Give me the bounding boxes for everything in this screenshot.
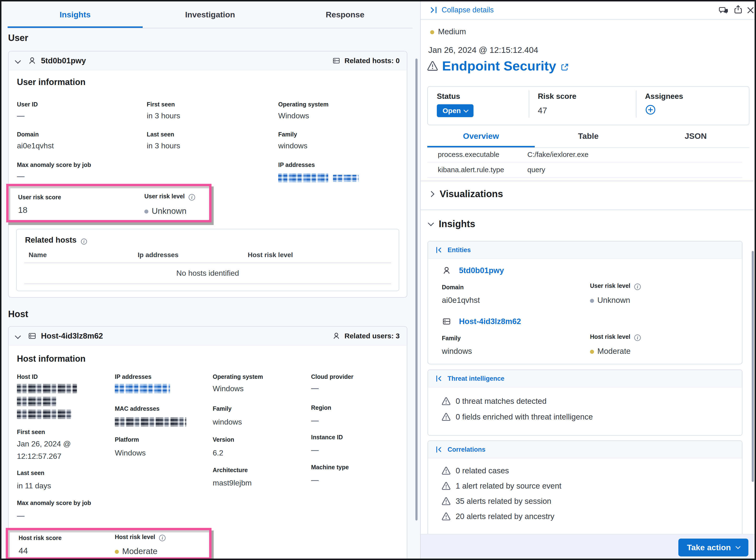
field-value: — [311, 476, 319, 484]
field-value: mast9lejbm [213, 479, 252, 487]
warning-icon [442, 482, 451, 490]
table-row[interactable]: process.executable C:/fake/iexlorer.exe [427, 147, 742, 162]
field-label: Family [442, 335, 461, 342]
info-icon[interactable] [159, 535, 165, 541]
tab-investigation[interactable]: Investigation [143, 4, 278, 28]
host-card: Host-4id3lz8m62 Related users: 3 Host in… [8, 326, 407, 560]
user-icon [442, 266, 451, 275]
column-header-risk[interactable]: Host risk level [248, 251, 293, 259]
field-label: Domain [442, 284, 464, 291]
risk-score-label: Risk score [538, 92, 576, 101]
field-value: — [17, 112, 24, 120]
host-risk-score-value: 44 [19, 546, 28, 556]
entity-user-row: 5td0b01pwy [442, 266, 504, 275]
insights-section-header[interactable]: Insights [429, 219, 475, 229]
field-label: Last seen [147, 131, 174, 138]
column-header-name[interactable]: Name [28, 251, 47, 259]
close-icon[interactable] [746, 6, 755, 15]
severity-dot [430, 30, 434, 34]
entity-user-link[interactable]: 5td0b01pwy [459, 266, 504, 275]
column-header-ip[interactable]: Ip addresses [138, 251, 178, 259]
field-label: Family [213, 405, 232, 412]
empty-table-message: No hosts identified [17, 269, 399, 278]
field-value: — [17, 512, 24, 520]
table-row[interactable]: kibana.alert.rule.type query [427, 162, 742, 178]
entities-card-header[interactable]: Entities [428, 241, 742, 259]
redacted-ip-addresses[interactable] [333, 175, 359, 182]
user-icon [332, 332, 341, 340]
host-icon [27, 332, 37, 340]
user-risk-score-label: User risk score [18, 194, 61, 201]
chevron-down-icon[interactable] [15, 333, 21, 339]
field-label: Host ID [17, 373, 38, 380]
risk-level-dot [590, 350, 594, 354]
field-label: Last seen [17, 469, 44, 476]
host-icon [332, 56, 341, 65]
tab-overview[interactable]: Overview [427, 127, 535, 147]
host-card-header[interactable]: Host-4id3lz8m62 Related users: 3 [8, 327, 407, 345]
warning-icon [442, 512, 451, 521]
redacted-host-id [17, 397, 57, 406]
warning-icon [442, 397, 451, 405]
host-risk-level-value: Moderate [115, 546, 157, 556]
field-label: Family [278, 131, 297, 138]
status-open-button[interactable]: Open [437, 104, 474, 117]
right-scrollbar[interactable] [752, 251, 754, 482]
threat-title: Threat intelligence [447, 375, 504, 382]
info-icon[interactable] [188, 194, 195, 200]
field-value: — [311, 446, 319, 455]
entity-host-risk-label-row: Host risk level [590, 333, 641, 341]
host-risk-score-label: Host risk score [19, 535, 62, 541]
expand-panel-icon [435, 446, 442, 453]
info-icon[interactable] [81, 239, 87, 244]
comment-icon[interactable] [719, 5, 729, 15]
left-scrollbar[interactable] [415, 59, 418, 520]
alert-rule-link[interactable]: Endpoint Security [442, 58, 556, 74]
user-card-title[interactable]: 5td0b01pwy [41, 56, 86, 65]
host-section-heading: Host [8, 309, 28, 319]
right-tab-bar: Overview Table JSON [427, 127, 749, 148]
collapse-panel-icon [430, 6, 438, 14]
threat-card-header[interactable]: Threat intelligence [428, 370, 742, 387]
user-risk-highlight: User risk score 18 User risk level Unkno… [6, 184, 212, 222]
user-section-heading: User [8, 33, 28, 43]
card-vertical-divider [529, 91, 529, 118]
correlations-title: Correlations [447, 446, 485, 453]
tab-json[interactable]: JSON [642, 127, 749, 147]
external-link-icon[interactable] [560, 63, 569, 72]
chevron-down-icon [735, 544, 740, 549]
take-action-button[interactable]: Take action [678, 539, 749, 556]
alert-timestamp: Jan 26, 2024 @ 12:15:12.404 [428, 45, 538, 55]
visualizations-section-header[interactable]: Visualizations [429, 188, 503, 199]
warning-icon [442, 466, 451, 475]
collapse-details-button[interactable]: Collapse details [430, 6, 494, 14]
correlations-card: Correlations 0 related cases 1 alert rel… [427, 440, 742, 534]
host-risk-level-label: Host risk level [115, 534, 155, 540]
correlations-card-header[interactable]: Correlations [428, 441, 742, 458]
related-users-count: Related users: 3 [344, 332, 400, 340]
correlation-item: 1 alert related by source event [442, 481, 561, 491]
entity-host-link[interactable]: Host-4id3lz8m62 [459, 317, 521, 326]
section-divider [421, 209, 754, 210]
info-icon[interactable] [634, 335, 641, 341]
field-value: ai0e1qvhst [442, 296, 480, 305]
correlation-item: 35 alerts related by session [442, 497, 551, 506]
user-risk-level-label-row: User risk level [144, 193, 195, 200]
field-value: windows [213, 418, 242, 426]
threat-item: 0 fields enriched with threat intelligen… [442, 413, 593, 421]
add-assignee-button[interactable] [645, 104, 656, 115]
tab-response[interactable]: Response [278, 4, 413, 28]
redacted-ip-addresses[interactable] [115, 384, 170, 393]
status-label: Status [437, 92, 460, 101]
field-label: Version [213, 436, 234, 443]
redacted-ip-addresses[interactable] [278, 173, 328, 182]
info-icon[interactable] [634, 284, 641, 290]
expand-panel-icon [435, 246, 442, 254]
user-card-header[interactable]: 5td0b01pwy Related hosts: 0 [8, 52, 407, 70]
tab-insights[interactable]: Insights [7, 4, 143, 28]
chevron-down-icon [428, 220, 434, 226]
tab-table[interactable]: Table [535, 127, 642, 147]
share-icon[interactable] [733, 5, 743, 15]
host-card-title[interactable]: Host-4id3lz8m62 [41, 332, 103, 340]
chevron-down-icon[interactable] [15, 58, 21, 64]
